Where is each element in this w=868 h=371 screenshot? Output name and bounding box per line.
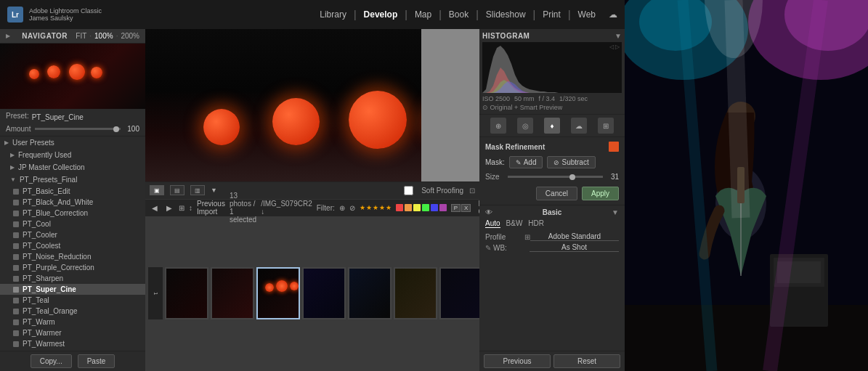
preset-warmer[interactable]: PT_Warmer (0, 327, 145, 338)
view-dropdown[interactable]: ▼ (211, 187, 217, 194)
preset-sharpen[interactable]: PT_Sharpen (0, 273, 145, 284)
star-2[interactable]: ★ (366, 204, 372, 211)
preset-basic-edit[interactable]: PT_Basic_Edit (0, 186, 145, 197)
mask-subtract-btn[interactable]: ⊘ Subtract (547, 156, 595, 168)
zoom-fit[interactable]: FIT (76, 32, 86, 40)
view-normal-btn[interactable]: ▣ (150, 185, 164, 195)
filmstrip-grid-icon[interactable]: ⊞ (179, 204, 184, 212)
concert-photo-svg (625, 0, 868, 371)
color-yellow[interactable] (413, 204, 421, 211)
preset-teal-orange[interactable]: PT_Teal_Orange (0, 306, 145, 317)
color-purple[interactable] (439, 204, 447, 211)
soft-proof-checkbox[interactable] (404, 186, 413, 195)
preset-warmest[interactable]: PT_Warmest (0, 338, 145, 349)
previous-button[interactable]: Previous (484, 354, 551, 368)
color-blue[interactable] (431, 204, 438, 211)
user-presets-header[interactable]: ▶ User Presets (0, 136, 145, 149)
reset-button[interactable]: Reset (553, 354, 620, 368)
preset-blue-correction[interactable]: PT_Blue_Correction (0, 208, 145, 219)
detail-tool[interactable]: ⊞ (598, 118, 614, 134)
clip-shadow-icon[interactable]: ◁ (609, 44, 614, 50)
paste-button[interactable]: Paste (78, 354, 115, 368)
profile-value[interactable]: Adobe Standard (530, 232, 619, 241)
preset-bw[interactable]: PT_Black_And_White (0, 197, 145, 208)
nav-develop[interactable]: Develop (360, 7, 402, 23)
basic-section: 👁 Basic ▼ Auto B&W HDR Profile ⊞ Adobe S… (479, 205, 625, 351)
star-3[interactable]: ★ (373, 204, 378, 211)
preset-label: Preset: (6, 112, 29, 120)
nav-library[interactable]: Library (315, 7, 351, 23)
color-red[interactable] (396, 204, 403, 211)
profile-row: Profile ⊞ Adobe Standard (485, 232, 619, 241)
film-thumb-4[interactable] (302, 267, 346, 319)
wb-value[interactable]: As Shot (530, 243, 619, 252)
tab-bw[interactable]: B&W (506, 219, 523, 228)
preset-cooler[interactable]: PT_Cooler (0, 229, 145, 240)
apply-button[interactable]: Apply (582, 187, 619, 200)
amount-slider[interactable] (35, 128, 121, 130)
preset-cool[interactable]: PT_Cool (0, 219, 145, 229)
preset-purple[interactable]: PT_Purple_Correction (0, 262, 145, 273)
star-4[interactable]: ★ (379, 204, 385, 211)
zoom-200[interactable]: 200% (121, 32, 139, 40)
tab-hdr[interactable]: HDR (528, 219, 544, 228)
filmstrip-next-btn[interactable]: ▶ (164, 204, 174, 212)
histogram-expand[interactable]: ▼ (615, 32, 622, 40)
spot-tool[interactable]: ◎ (517, 118, 533, 134)
copy-button[interactable]: Copy... (31, 354, 72, 368)
zoom-100[interactable]: 100% (94, 32, 113, 40)
film-thumb-7[interactable] (439, 267, 479, 319)
flag-pick[interactable]: P (451, 204, 461, 212)
top-bar: Lr Adobe Lightroom Classic James Saulsky… (0, 0, 625, 29)
profile-grid-icon[interactable]: ⊞ (524, 233, 530, 241)
size-slider[interactable] (508, 176, 603, 178)
film-thumb-5[interactable] (348, 267, 392, 319)
star-5[interactable]: ★ (386, 204, 392, 211)
preset-name[interactable]: PT_Super_Cine (32, 113, 84, 121)
crop-tool[interactable]: ⊕ (490, 118, 506, 134)
filmstrip-filter-icon1[interactable]: ⊕ (339, 204, 345, 212)
filmstrip-filter-icon2[interactable]: ⊘ (349, 204, 355, 212)
nav-web[interactable]: Web (574, 7, 600, 23)
cancel-button[interactable]: Cancel (536, 187, 577, 200)
nav-slideshow[interactable]: Slideshow (482, 7, 530, 23)
film-thumb-2[interactable] (211, 267, 254, 319)
frequently-used-header[interactable]: ▶ Frequently Used (0, 149, 145, 161)
basic-expand-arrow[interactable]: ▼ (612, 208, 619, 216)
nav-map[interactable]: Map (410, 7, 436, 23)
main-photo (145, 29, 479, 182)
film-thumb-1[interactable] (165, 267, 208, 319)
preset-super-cine[interactable]: PT_Super_Cine (0, 284, 145, 295)
filmstrip-filename[interactable]: /IMG_S079CR2 ↓ (261, 200, 312, 216)
film-thumb-3[interactable] (256, 267, 300, 319)
redeye-tool[interactable]: ☁ (571, 118, 587, 134)
pt-presets-header[interactable]: ▼ PT_Presets_Final (0, 174, 145, 186)
color-orange[interactable] (405, 204, 412, 211)
star-1[interactable]: ★ (360, 204, 365, 211)
mask-add-btn[interactable]: ✎ Add (509, 156, 543, 168)
preset-warm[interactable]: PT_Warm (0, 317, 145, 327)
jp-master-header[interactable]: ▶ JP Master Collection (0, 161, 145, 174)
photo-area[interactable] (145, 29, 479, 182)
color-green[interactable] (422, 204, 429, 211)
filmstrip-sort-icon[interactable]: ↕ (189, 204, 192, 212)
compare-icon[interactable]: ⊡ (469, 187, 475, 195)
view-compare-btn[interactable]: ▤ (170, 185, 184, 195)
filmstrip-prev-btn[interactable]: ◀ (150, 204, 160, 212)
navigator-header[interactable]: ▶ Navigator FIT · 100% · 200% (0, 29, 145, 44)
flag-reject[interactable]: X (461, 204, 471, 212)
view-split-btn[interactable]: ▥ (190, 185, 205, 195)
eye-icon[interactable]: 👁 (485, 208, 492, 216)
clip-highlight-icon[interactable]: ▷ (615, 44, 620, 50)
preset-teal[interactable]: PT_Teal (0, 295, 145, 306)
preset-coolest[interactable]: PT_Coolest (0, 240, 145, 251)
nav-print[interactable]: Print (538, 7, 565, 23)
preset-noise[interactable]: PT_Noise_Reduction (0, 251, 145, 262)
amount-row: Amount 100 (6, 125, 139, 133)
nav-book[interactable]: Book (445, 7, 473, 23)
histogram-canvas: ◁ ▷ (482, 42, 622, 93)
masking-tool[interactable]: ♦ (544, 118, 560, 134)
film-thumb-6[interactable] (394, 267, 437, 319)
tab-auto[interactable]: Auto (485, 219, 500, 228)
cloud-icon[interactable]: ☁ (609, 9, 617, 20)
